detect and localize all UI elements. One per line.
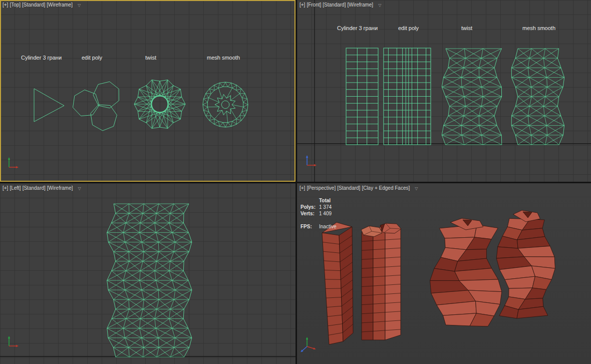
object-cylinder-top-wire[interactable] [34, 89, 64, 122]
viewport-pov-menu[interactable]: [Perspective] [307, 185, 336, 191]
object-twist-front-wire[interactable] [442, 49, 502, 145]
object-cylinder-front-wire[interactable] [346, 48, 378, 145]
viewport-general-menu[interactable]: [+] [3, 185, 8, 191]
object-editpoly-persp-clay[interactable] [361, 223, 401, 340]
viewport-label-bar: [+][Top][Standard][Wireframe]▽ [3, 2, 81, 8]
viewport-shading-menu[interactable]: [Clay + Edged Faces] [362, 185, 410, 191]
object-meshsmooth-front-wire[interactable] [511, 49, 564, 145]
stats-verts-value: 1 409 [319, 211, 332, 216]
viewport-general-menu[interactable]: [+] [300, 2, 305, 8]
stats-polys-label: Polys: [301, 204, 319, 210]
stats-fps-value: Inactive [319, 224, 336, 229]
viewport-shading-menu[interactable]: [Wireframe] [347, 2, 373, 8]
viewport-pov-menu[interactable]: [Top] [10, 2, 21, 8]
object-cylinder-persp-clay[interactable] [322, 222, 353, 344]
object-editpoly-front-wire[interactable] [384, 48, 431, 145]
viewport-overlay-arrow-icon[interactable]: ▽ [415, 186, 418, 191]
axis-tripod [301, 337, 316, 352]
stats-total-label: Total [319, 197, 336, 204]
object-label-cylinder: Cylinder 3 грани [337, 25, 378, 31]
stats-verts-row: Verts:1 409 [301, 210, 336, 217]
viewport-renderer-menu[interactable]: [Standard] [23, 185, 46, 191]
viewport-overlay-arrow-icon[interactable]: ▽ [378, 3, 381, 8]
viewport-overlay-arrow-icon[interactable]: ▽ [78, 3, 81, 8]
viewport-front[interactable]: [+][Front][Standard][Wireframe]▽ Cylinde… [297, 0, 591, 182]
object-meshsmooth-persp-clay[interactable] [496, 210, 555, 318]
viewport-renderer-menu[interactable]: [Standard] [337, 185, 360, 191]
perspective-viewport-canvas[interactable] [297, 183, 591, 364]
viewport-perspective[interactable]: [+][Perspective][Standard][Clay + Edged … [297, 183, 591, 364]
object-label-meshsmooth: mesh smooth [522, 25, 555, 31]
viewport-left[interactable]: [+][Left][Standard][Wireframe]▽ [0, 183, 296, 364]
viewport-statistics: Total Polys:1 374 Verts:1 409 FPS:Inacti… [301, 197, 336, 230]
object-label-meshsmooth: mesh smooth [207, 55, 240, 61]
object-twist-top-wire[interactable] [134, 80, 185, 128]
stats-polys-value: 1 374 [319, 204, 332, 210]
object-label-cylinder: Cylinder 3 грани [21, 55, 62, 61]
axis-tripod [8, 157, 19, 168]
object-label-editpoly: edit poly [398, 25, 419, 31]
object-label-twist: twist [461, 25, 472, 31]
viewport-label-bar: [+][Perspective][Standard][Clay + Edged … [300, 185, 418, 191]
stats-polys-row: Polys:1 374 [301, 204, 336, 210]
viewport-renderer-menu[interactable]: [Standard] [323, 2, 346, 8]
viewport-general-menu[interactable]: [+] [300, 185, 305, 191]
object-meshsmooth-top-wire[interactable] [203, 82, 248, 127]
viewport-shading-menu[interactable]: [Wireframe] [47, 2, 73, 8]
viewport-pov-menu[interactable]: [Front] [307, 2, 321, 8]
object-label-editpoly: edit poly [82, 55, 102, 61]
viewport-label-bar: [+][Left][Standard][Wireframe]▽ [3, 185, 81, 191]
viewport-top[interactable]: [+][Top][Standard][Wireframe]▽ Cylinder … [0, 0, 296, 182]
object-editpoly-top-wire[interactable] [73, 82, 119, 131]
viewport-label-bar: [+][Front][Standard][Wireframe]▽ [300, 2, 381, 8]
viewport-shading-menu[interactable]: [Wireframe] [47, 185, 73, 191]
max-viewport-workspace: { "colors": { "wireframe": "#5fe0a0", "a… [0, 0, 591, 364]
viewport-overlay-arrow-icon[interactable]: ▽ [78, 186, 81, 191]
stats-verts-label: Verts: [301, 210, 319, 217]
object-label-twist: twist [145, 55, 156, 61]
stats-fps-row: FPS:Inactive [301, 223, 336, 230]
viewport-general-menu[interactable]: [+] [3, 2, 8, 8]
axis-tripod [306, 155, 317, 166]
object-left-lattice-wire[interactable] [107, 204, 192, 357]
stats-fps-label: FPS: [301, 223, 319, 230]
object-twist-persp-clay[interactable] [430, 218, 502, 326]
viewport-renderer-menu[interactable]: [Standard] [22, 2, 45, 8]
viewport-pov-menu[interactable]: [Left] [10, 185, 21, 191]
axis-tripod [8, 336, 19, 347]
top-viewport-canvas[interactable] [0, 0, 296, 182]
left-viewport-canvas[interactable] [0, 183, 296, 364]
